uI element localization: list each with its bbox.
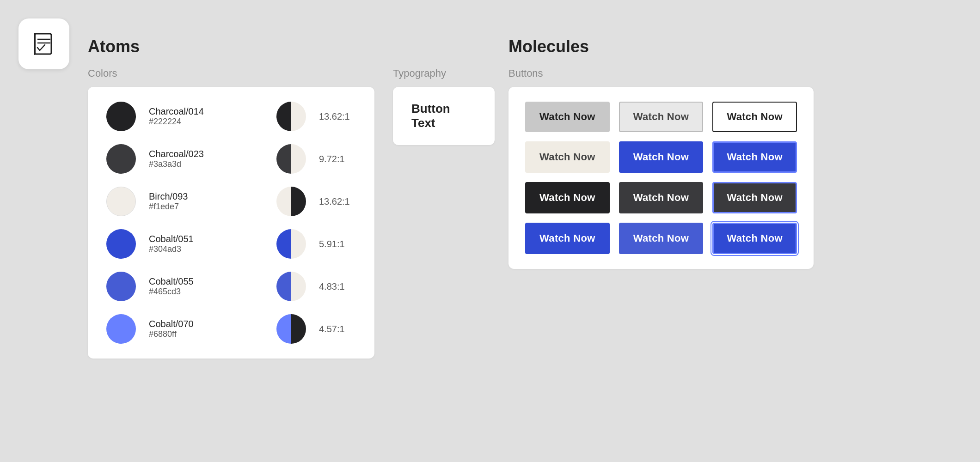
color-swatch (106, 272, 136, 301)
color-row: Cobalt/070#6880ff4.57:1 (106, 314, 356, 344)
color-swatch (106, 144, 136, 174)
color-label: Charcoal/023#3a3a3d (149, 149, 263, 169)
colors-card: Charcoal/014#22222413.62:1Charcoal/023#3… (88, 87, 374, 359)
watch-now-button[interactable]: Watch Now (525, 141, 610, 173)
watch-now-button[interactable]: Watch Now (525, 223, 610, 254)
color-name: Cobalt/055 (149, 276, 263, 287)
watch-now-button[interactable]: Watch Now (619, 182, 704, 213)
watch-now-button[interactable]: Watch Now (712, 223, 797, 254)
color-label: Cobalt/055#465cd3 (149, 276, 263, 297)
contrast-circle (276, 144, 306, 174)
color-swatch (106, 102, 136, 131)
molecules-title: Molecules (508, 37, 814, 56)
typography-sample: Button Text (411, 102, 476, 130)
buttons-grid: Watch NowWatch NowWatch NowWatch NowWatc… (525, 102, 797, 254)
color-name: Charcoal/023 (149, 149, 263, 159)
color-hex: #3a3a3d (149, 159, 263, 169)
watch-now-button[interactable]: Watch Now (619, 223, 704, 254)
colors-column: Colors Charcoal/014#22222413.62:1Charcoa… (88, 67, 374, 359)
contrast-ratio: 9.72:1 (319, 154, 356, 164)
app-icon (18, 18, 69, 69)
color-swatch (106, 229, 136, 259)
color-swatch (106, 314, 136, 344)
color-label: Birch/093#f1ede7 (149, 191, 263, 212)
color-row: Cobalt/051#304ad35.91:1 (106, 229, 356, 259)
checklist-book-icon (31, 31, 57, 57)
color-swatch (106, 187, 136, 216)
contrast-circle (276, 314, 306, 344)
contrast-circle (276, 102, 306, 131)
contrast-circle (276, 272, 306, 301)
contrast-ratio: 13.62:1 (319, 196, 356, 207)
atoms-row: Colors Charcoal/014#22222413.62:1Charcoa… (88, 67, 495, 359)
buttons-column: Buttons Watch NowWatch NowWatch NowWatch… (508, 67, 814, 269)
color-name: Charcoal/014 (149, 106, 263, 117)
typography-label: Typography (393, 67, 495, 79)
watch-now-button[interactable]: Watch Now (525, 182, 610, 213)
colors-label: Colors (88, 67, 374, 79)
color-row: Birch/093#f1ede713.62:1 (106, 187, 356, 216)
color-hex: #222224 (149, 117, 263, 127)
contrast-ratio: 5.91:1 (319, 239, 356, 249)
color-name: Birch/093 (149, 191, 263, 202)
color-hex: #304ad3 (149, 244, 263, 254)
typography-column: Typography Button Text (393, 67, 495, 145)
buttons-label: Buttons (508, 67, 814, 79)
color-name: Cobalt/070 (149, 319, 263, 329)
color-label: Cobalt/070#6880ff (149, 319, 263, 339)
color-label: Charcoal/014#222224 (149, 106, 263, 127)
color-label: Cobalt/051#304ad3 (149, 234, 263, 254)
typography-card: Button Text (393, 87, 495, 145)
color-name: Cobalt/051 (149, 234, 263, 244)
color-row: Charcoal/014#22222413.62:1 (106, 102, 356, 131)
contrast-ratio: 13.62:1 (319, 111, 356, 122)
contrast-ratio: 4.57:1 (319, 324, 356, 334)
color-hex: #465cd3 (149, 287, 263, 297)
molecules-section: Molecules Buttons Watch NowWatch NowWatc… (508, 37, 814, 269)
watch-now-button[interactable]: Watch Now (525, 102, 610, 132)
watch-now-button[interactable]: Watch Now (712, 102, 797, 132)
watch-now-button[interactable]: Watch Now (712, 141, 797, 173)
watch-now-button[interactable]: Watch Now (619, 141, 704, 173)
color-row: Cobalt/055#465cd34.83:1 (106, 272, 356, 301)
color-hex: #f1ede7 (149, 202, 263, 212)
contrast-ratio: 4.83:1 (319, 281, 356, 292)
color-row: Charcoal/023#3a3a3d9.72:1 (106, 144, 356, 174)
colors-list: Charcoal/014#22222413.62:1Charcoal/023#3… (106, 102, 356, 344)
buttons-card: Watch NowWatch NowWatch NowWatch NowWatc… (508, 87, 814, 269)
watch-now-button[interactable]: Watch Now (619, 102, 704, 132)
watch-now-button[interactable]: Watch Now (712, 182, 797, 213)
atoms-title: Atoms (88, 37, 495, 56)
contrast-circle (276, 187, 306, 216)
atoms-section: Atoms Colors Charcoal/014#22222413.62:1C… (88, 37, 495, 359)
contrast-circle (276, 229, 306, 259)
color-hex: #6880ff (149, 329, 263, 339)
svg-rect-0 (35, 34, 51, 54)
